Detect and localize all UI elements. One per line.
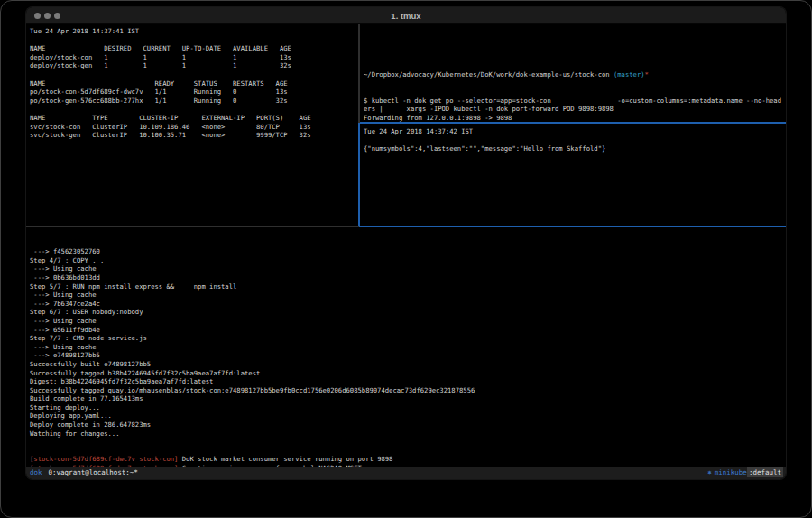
kube-context: minikube — [715, 468, 747, 476]
pane-kubectl-overview[interactable]: Tue 24 Apr 2018 14:37:41 IST NAME DESIRE… — [26, 24, 358, 226]
pane-port-forward[interactable]: ~/Dropbox/advocacy/Kubernetes/DoK/work/d… — [360, 24, 786, 122]
shell-prompt-path: ~/Dropbox/advocacy/Kubernetes/DoK/work/d… — [364, 70, 786, 79]
traffic-lights — [34, 7, 60, 23]
terminal-window: 1. tmux Tue 24 Apr 2018 14:37:41 IST NAM… — [26, 7, 786, 479]
pod-log-lines: [stock-con-5d7df689cf-dwc7v stock-con] D… — [30, 455, 786, 467]
git-branch: (master) — [614, 70, 645, 79]
git-dirty-flag: * — [645, 70, 649, 79]
zoom-button-icon[interactable] — [54, 13, 60, 19]
pane-service-response[interactable]: Tue 24 Apr 2018 14:37:42 IST {"numsymbol… — [360, 124, 786, 226]
build-output: ---> f45623052760 Step 4/7 : COPY . . --… — [30, 247, 786, 438]
status-right: ⎈minikube:default — [707, 467, 783, 479]
window-label[interactable]: 0:vagrant@localhost:~* — [49, 468, 138, 476]
port-forward-output: $ kubectl -n dok get po --selector=app=s… — [364, 97, 786, 122]
session-name: dok — [30, 468, 42, 476]
window-titlebar: 1. tmux — [26, 7, 786, 24]
minimize-button-icon[interactable] — [44, 13, 51, 19]
window-title: 1. tmux — [391, 11, 420, 21]
close-button-icon[interactable] — [34, 13, 41, 19]
tmux-status-bar: dok0:vagrant@localhost:~* ⎈minikube:defa… — [26, 467, 786, 479]
kubernetes-helm-icon: ⎈ — [707, 468, 712, 476]
blank-line — [364, 44, 786, 53]
pane-skaffold-log[interactable]: ---> f45623052760 Step 4/7 : COPY . . --… — [26, 227, 786, 467]
kube-namespace: :default — [747, 467, 783, 477]
cwd-path: ~/Dropbox/advocacy/Kubernetes/DoK/work/d… — [364, 70, 614, 79]
tmux-session: Tue 24 Apr 2018 14:37:41 IST NAME DESIRE… — [26, 24, 786, 467]
log-line: [stock-con-5d7df689cf-dwc7v stock-con] D… — [30, 455, 786, 464]
